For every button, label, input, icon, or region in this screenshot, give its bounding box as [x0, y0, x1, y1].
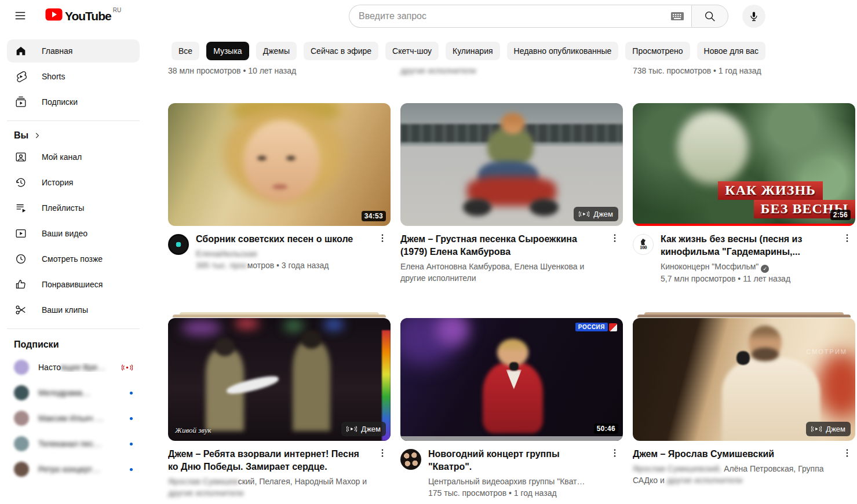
video-title[interactable]: Джем – Ребята взорвали интернет! Песня к… — [168, 448, 369, 473]
video-thumbnail[interactable]: Живой звук Джем — [168, 318, 391, 441]
video-artists[interactable]: Елена Антоновна Камбурова, Елена Шуенков… — [400, 261, 601, 284]
sidebar-item-your-clips[interactable]: Ваши клипы — [7, 298, 140, 322]
sidebar-item-home[interactable]: Главная — [7, 39, 140, 63]
home-icon — [14, 44, 28, 58]
video-views: 175 тыс. просмотров • 1 год назад — [428, 487, 601, 499]
chip-all[interactable]: Все — [172, 42, 199, 60]
sidebar-divider — [7, 328, 140, 329]
duration-badge: 50:46 — [594, 423, 618, 434]
chip-jams[interactable]: Джемы — [256, 42, 297, 60]
channel-name[interactable]: ЕленаИюльская — [196, 248, 369, 260]
kebab-menu-icon[interactable] — [375, 448, 389, 462]
sidebar-item-shorts[interactable]: Shorts — [7, 65, 140, 88]
hamburger-menu-icon[interactable] — [14, 9, 31, 23]
verified-icon: ✓ — [761, 265, 769, 273]
kebab-menu-icon[interactable] — [840, 448, 854, 462]
video-card: Живой звук Джем Джем – — [168, 318, 391, 499]
cutoff-row: 38 млн просмотров • 10 лет назад другие … — [168, 65, 855, 76]
jam-badge: Джем — [341, 422, 386, 436]
search-button[interactable] — [691, 5, 728, 28]
video-card: 34:53 Сборник советских песен о школе Ел… — [168, 103, 391, 318]
kebab-menu-icon[interactable] — [375, 233, 389, 247]
watched-progress-bar — [633, 224, 855, 226]
mix-stack-bar — [173, 315, 386, 317]
scissors-icon — [14, 303, 28, 317]
video-thumbnail[interactable]: 34:53 — [168, 103, 391, 226]
new-content-dot — [130, 392, 133, 395]
sidebar-item-label: Мой канал — [42, 152, 82, 162]
kebab-menu-icon[interactable] — [840, 233, 854, 247]
video-card: СМОТРИМ Джем Джем – Яро — [633, 318, 855, 499]
sidebar-item-label: История — [42, 178, 73, 187]
channel-avatar[interactable] — [168, 234, 189, 255]
kebab-menu-icon[interactable] — [608, 233, 622, 247]
video-thumbnail[interactable]: КАК ЖИЗНЬ БЕЗ ВЕСНЫ 2:56 — [633, 103, 855, 226]
thumbs-up-icon — [14, 277, 28, 291]
video-title[interactable]: Новогодний концерт группы "Кватро". — [428, 448, 601, 473]
video-artists[interactable]: Ярослав Сумишевский, Алёна Петровская, Г… — [633, 463, 833, 486]
chip-sketch[interactable]: Скетч-шоу — [385, 42, 439, 60]
mix-stack-bar — [637, 315, 851, 317]
sidebar-item-liked-videos[interactable]: Понравившиеся — [7, 273, 140, 296]
sidebar-item-my-channel[interactable]: Мой канал — [7, 145, 140, 169]
sidebar-divider — [7, 120, 140, 121]
subscription-channel[interactable]: Настоящее Вре… — [7, 356, 140, 379]
history-icon — [14, 176, 28, 189]
sidebar-item-playlists[interactable]: Плейлисты — [7, 196, 140, 220]
sidebar-item-your-videos[interactable]: Ваши видео — [7, 222, 140, 245]
kebab-menu-icon[interactable] — [608, 448, 622, 462]
channel-name: Максим Ильич … — [38, 414, 121, 423]
video-artists: другие исполнители — [400, 65, 623, 76]
chip-live[interactable]: Сейчас в эфире — [304, 42, 378, 60]
video-title[interactable]: Джем – Грустная песенка Сыроежкина (1979… — [400, 233, 601, 258]
video-title[interactable]: Джем – Ярослав Сумишевский — [633, 448, 833, 461]
chip-watched[interactable]: Просмотрено — [625, 42, 690, 60]
chip-cooking[interactable]: Кулинария — [446, 42, 500, 60]
channel-name[interactable]: Центральный видеоархив группы "Кват… — [428, 476, 601, 487]
voice-search-button[interactable] — [742, 5, 765, 28]
sidebar-item-watch-later[interactable]: Смотреть позже — [7, 247, 140, 271]
duration-badge: 2:56 — [830, 210, 851, 220]
sidebar-item-subscriptions[interactable]: Подписки — [7, 90, 140, 114]
channel-name[interactable]: Киноконцерн "Мосфильм"✓ — [661, 261, 833, 273]
your-videos-icon — [14, 227, 28, 240]
you-label: Вы — [14, 130, 28, 141]
sidebar-item-label: Shorts — [42, 72, 65, 81]
subscription-channel[interactable]: Ретро концерт… — [7, 458, 140, 481]
logo-wordmark: YouTube — [65, 8, 111, 24]
youtube-logo[interactable]: YouTube RU — [45, 8, 121, 24]
channel-avatar[interactable] — [400, 449, 421, 470]
search-input[interactable] — [359, 11, 670, 21]
search-field[interactable] — [349, 5, 691, 28]
subscription-channel[interactable]: Мелодрама… — [7, 381, 140, 404]
youtube-play-icon — [45, 8, 63, 21]
avatar — [14, 360, 29, 375]
avatar — [14, 385, 29, 400]
chip-new[interactable]: Новое для вас — [697, 42, 766, 60]
video-title[interactable]: Сборник советских песен о школе — [196, 233, 369, 246]
avatar — [14, 436, 29, 451]
search-bar — [349, 5, 728, 28]
channel-name: Телеканал пес… — [38, 439, 121, 448]
sidebar-item-history[interactable]: История — [7, 171, 140, 194]
jam-icon — [347, 425, 357, 433]
duration-badge: 34:53 — [362, 211, 386, 221]
chip-recent[interactable]: Недавно опубликованные — [507, 42, 619, 60]
video-title[interactable]: Как жизнь без весны (песня из кинофильма… — [661, 233, 833, 258]
chip-music[interactable]: Музыка — [206, 42, 249, 60]
sidebar-item-label: Ваши клипы — [42, 305, 88, 315]
sidebar-item-you[interactable]: Вы — [7, 128, 140, 145]
avatar — [14, 462, 29, 477]
video-thumbnail[interactable]: СМОТРИМ Джем — [633, 318, 855, 441]
channel-avatar[interactable]: 100 — [633, 234, 654, 255]
subscription-channel[interactable]: Телеканал пес… — [7, 432, 140, 455]
subscription-channel[interactable]: Максим Ильич … — [7, 407, 140, 430]
jam-icon — [811, 425, 822, 433]
video-thumbnail[interactable]: Джем — [400, 103, 623, 226]
channel-name: Настоящее Вре… — [38, 363, 112, 372]
video-artists[interactable]: Ярослав Сумишевский, Пелагея, Народный М… — [168, 476, 369, 499]
video-views: 38 млн просмотров • 10 лет назад — [168, 65, 391, 76]
video-thumbnail[interactable]: РОССИЯ 50:46 — [400, 318, 623, 441]
sidebar-item-label: Главная — [42, 46, 72, 56]
keyboard-icon[interactable] — [670, 11, 684, 21]
